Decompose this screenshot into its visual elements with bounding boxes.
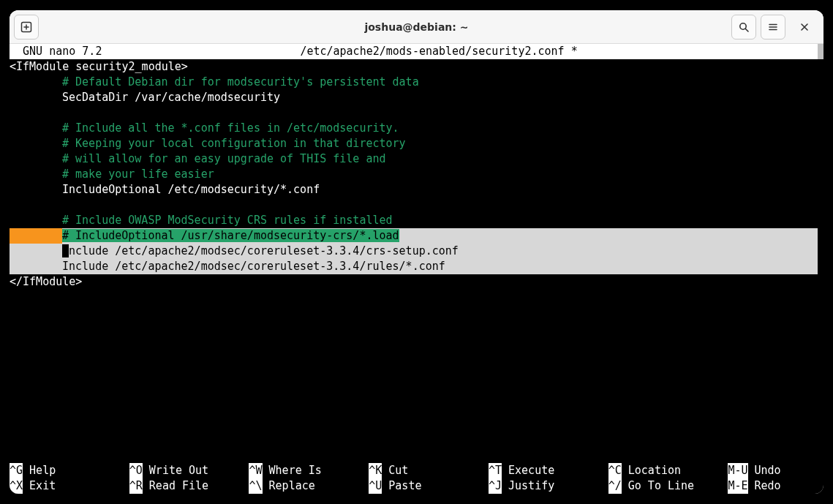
shortcut-key: ^K	[369, 463, 382, 478]
shortcut-gotoline[interactable]: ^/ Go To Line	[608, 478, 728, 494]
shortcut-label: Paste	[382, 478, 421, 494]
window-title: joshua@debian: ~	[10, 21, 823, 33]
search-icon	[738, 21, 750, 33]
shortcut-label: Execute	[502, 463, 554, 478]
code-text: SecDataDir /var/cache/modsecurity	[62, 91, 280, 104]
shortcut-label: Undo	[748, 463, 781, 478]
shortcut-help[interactable]: ^G Help	[10, 463, 129, 478]
editor-line-highlighted: Include /etc/apache2/modsec/coreruleset-…	[10, 259, 818, 274]
nano-version: GNU nano 7.2	[10, 45, 102, 58]
shortcut-label: Exit	[23, 478, 56, 494]
close-icon	[799, 22, 810, 32]
gutter-mark	[10, 228, 62, 244]
shortcut-justify[interactable]: ^J Justify	[489, 478, 608, 494]
shortcut-cut[interactable]: ^K Cut	[369, 463, 489, 478]
comment-text: # IncludeOptional /usr/share/modsecurity…	[62, 229, 399, 242]
shortcut-writeout[interactable]: ^O Write Out	[129, 463, 249, 478]
shortcut-readfile[interactable]: ^R Read File	[129, 478, 249, 494]
shortcut-key: ^T	[489, 463, 502, 478]
comment-text: # Default Debian dir for modsecurity's p…	[62, 75, 419, 89]
shortcut-key: ^O	[129, 463, 143, 478]
shortcut-label: Go To Line	[622, 478, 694, 494]
cursor: I	[62, 244, 69, 257]
editor-line: # Default Debian dir for modsecurity's p…	[10, 75, 818, 90]
nano-shortcut-bar: ^G Help ^O Write Out ^W Where Is ^K Cut …	[10, 463, 812, 494]
shortcut-label: Help	[23, 463, 56, 478]
shortcut-key: ^\	[249, 478, 262, 494]
editor-line: # Include all the *.conf files in /etc/m…	[10, 121, 818, 136]
editor-line: IncludeOptional /etc/modsecurity/*.conf	[10, 182, 818, 198]
terminal-window: joshua@debian: ~ GNU nano 7.2 /etc/apach…	[10, 10, 823, 494]
shortcut-label: Redo	[748, 478, 781, 494]
shortcut-label: Replace	[263, 478, 315, 494]
shortcut-replace[interactable]: ^\ Replace	[249, 478, 369, 494]
titlebar: joshua@debian: ~	[10, 10, 823, 44]
shortcut-execute[interactable]: ^T Execute	[489, 463, 608, 478]
shortcut-label: Where Is	[263, 463, 322, 478]
plus-box-icon	[20, 21, 32, 33]
editor-line	[10, 105, 818, 121]
hamburger-icon	[767, 21, 779, 33]
search-button[interactable]	[731, 15, 756, 40]
shortcut-label: Cut	[382, 463, 408, 478]
code-text: </IfModule>	[10, 275, 82, 288]
shortcut-exit[interactable]: ^X Exit	[10, 478, 129, 494]
shortcut-label: Justify	[502, 478, 554, 494]
shortcut-paste[interactable]: ^U Paste	[369, 478, 489, 494]
shortcut-label: Location	[622, 463, 681, 478]
shortcut-key: ^R	[129, 478, 143, 494]
shortcut-key: ^C	[608, 463, 622, 478]
shortcut-key: M-U	[728, 463, 747, 478]
editor-line: SecDataDir /var/cache/modsecurity	[10, 90, 818, 105]
comment-text: # Include all the *.conf files in /etc/m…	[62, 121, 399, 135]
comment-text: # will allow for an easy upgrade of THIS…	[62, 152, 386, 165]
code-text: Include /etc/apache2/modsec/coreruleset-…	[62, 260, 445, 273]
shortcut-key: ^W	[249, 463, 262, 478]
editor-line: </IfModule>	[10, 274, 818, 290]
shortcut-redo[interactable]: M-E Redo	[728, 478, 812, 494]
terminal-content: GNU nano 7.2 /etc/apache2/mods-enabled/s…	[10, 44, 818, 494]
shortcut-location[interactable]: ^C Location	[608, 463, 728, 478]
shortcut-row: ^X Exit ^R Read File ^\ Replace ^U Paste…	[10, 478, 812, 494]
shortcut-key: ^X	[10, 478, 23, 494]
nano-filename: /etc/apache2/mods-enabled/security2.conf…	[300, 45, 577, 58]
code-text: IncludeOptional /etc/modsecurity/*.conf	[62, 183, 320, 196]
menu-button[interactable]	[761, 15, 785, 40]
new-tab-button[interactable]	[14, 15, 39, 40]
terminal-area[interactable]: GNU nano 7.2 /etc/apache2/mods-enabled/s…	[10, 44, 823, 494]
shortcut-key: ^U	[369, 478, 382, 494]
shortcut-label: Write Out	[143, 463, 208, 478]
nano-header: GNU nano 7.2 /etc/apache2/mods-enabled/s…	[10, 44, 818, 59]
shortcut-row: ^G Help ^O Write Out ^W Where Is ^K Cut …	[10, 463, 812, 478]
shortcut-undo[interactable]: M-U Undo	[728, 463, 812, 478]
editor-line: # Keeping your local configuration in th…	[10, 136, 818, 151]
close-button[interactable]	[790, 15, 819, 40]
editor-line	[10, 198, 818, 213]
shortcut-label: Read File	[143, 478, 208, 494]
shortcut-whereis[interactable]: ^W Where Is	[249, 463, 369, 478]
comment-text: # make your life easier	[62, 168, 214, 181]
editor-line: # Include OWASP ModSecurity CRS rules if…	[10, 213, 818, 228]
editor-line-highlighted: Include /etc/apache2/modsec/coreruleset-…	[10, 244, 818, 259]
comment-text: # Include OWASP ModSecurity CRS rules if…	[62, 214, 393, 227]
scrollbar[interactable]	[818, 44, 823, 59]
editor-line: <IfModule security2_module>	[10, 59, 818, 75]
code-text: <IfModule security2_module>	[10, 60, 188, 73]
shortcut-key: ^G	[10, 463, 23, 478]
editor-line: # will allow for an easy upgrade of THIS…	[10, 151, 818, 167]
shortcut-key: M-E	[728, 478, 747, 494]
shortcut-key: ^/	[608, 478, 622, 494]
shortcut-key: ^J	[489, 478, 502, 494]
editor-line-highlighted: # IncludeOptional /usr/share/modsecurity…	[10, 228, 818, 244]
comment-text: # Keeping your local configuration in th…	[62, 137, 406, 150]
editor-line: # make your life easier	[10, 167, 818, 182]
code-text: nclude /etc/apache2/modsec/coreruleset-3…	[69, 244, 459, 257]
